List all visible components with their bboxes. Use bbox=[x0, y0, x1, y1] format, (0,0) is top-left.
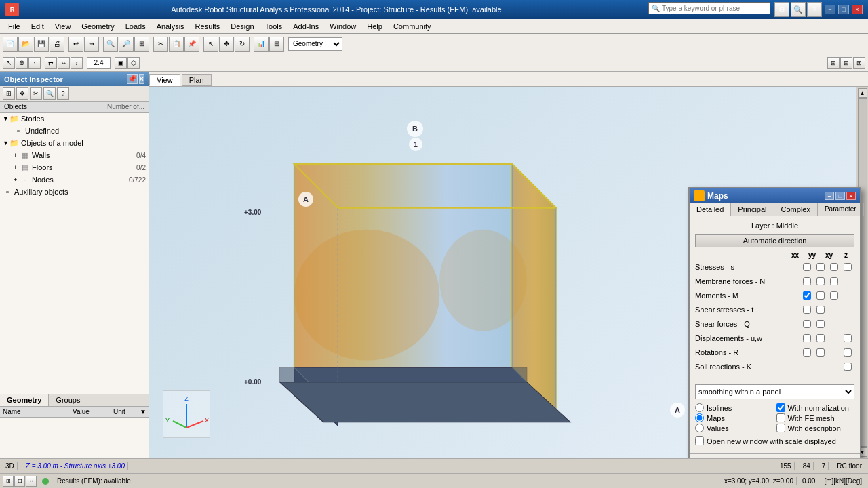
shear-forces-yy-chk[interactable] bbox=[816, 320, 825, 328]
tree-undefined[interactable]: ▫ Undefined bbox=[0, 125, 149, 137]
btm-btn2[interactable]: ⊟ bbox=[14, 476, 25, 487]
expand-stories[interactable]: ▼ bbox=[3, 115, 9, 122]
menu-geometry[interactable]: Geometry bbox=[76, 21, 119, 32]
node-btn[interactable]: · bbox=[28, 57, 41, 69]
menu-analysis[interactable]: Analysis bbox=[151, 21, 190, 32]
new-btn[interactable]: 📄 bbox=[3, 37, 18, 52]
normalization-chk[interactable] bbox=[776, 403, 785, 412]
paste-btn[interactable]: 📌 bbox=[184, 37, 199, 52]
cut-btn[interactable]: ✂ bbox=[153, 37, 168, 52]
stresses-z-chk[interactable] bbox=[844, 263, 852, 271]
undo-btn[interactable]: ↩ bbox=[68, 37, 83, 52]
rotations-yy-chk[interactable] bbox=[816, 348, 825, 357]
maps-smoothing-dropdown[interactable]: smoothing within a panel bbox=[695, 384, 854, 399]
maps-maximize-btn[interactable]: □ bbox=[835, 192, 845, 200]
membrane-xy-chk[interactable] bbox=[830, 277, 838, 285]
redo-btn[interactable]: ↪ bbox=[84, 37, 99, 52]
tree-objects-model[interactable]: ▼ 📁 Objects of a model bbox=[0, 137, 149, 149]
rotations-z-chk[interactable] bbox=[844, 348, 852, 357]
menu-tools[interactable]: Tools bbox=[260, 21, 288, 32]
maps-minimize-btn[interactable]: − bbox=[825, 192, 834, 200]
tree-stories[interactable]: ▼ 📁 Stories bbox=[0, 113, 149, 125]
zoom-value-input[interactable] bbox=[87, 57, 111, 69]
moments-xy-chk[interactable] bbox=[830, 291, 838, 300]
tab-view[interactable]: View bbox=[149, 74, 180, 86]
inspector-close-btn[interactable]: × bbox=[139, 74, 144, 84]
stresses-xx-chk[interactable] bbox=[803, 263, 811, 271]
radio-isolines[interactable] bbox=[695, 403, 704, 412]
print-btn[interactable]: 🖨 bbox=[50, 37, 64, 52]
rotate-btn[interactable]: ↻ bbox=[235, 37, 250, 52]
maps-tab-parameter[interactable]: Parameter bbox=[818, 203, 864, 216]
search2-icon[interactable]: 🔍 bbox=[791, 2, 806, 17]
menu-edit[interactable]: Edit bbox=[26, 21, 50, 32]
menu-addins[interactable]: Add-Ins bbox=[288, 21, 324, 32]
menu-window[interactable]: Window bbox=[324, 21, 361, 32]
close-button[interactable]: × bbox=[852, 5, 863, 14]
btm-btn3[interactable]: ↔ bbox=[26, 476, 37, 487]
maps-close-btn[interactable]: × bbox=[846, 192, 856, 200]
open-btn[interactable]: 📂 bbox=[18, 37, 33, 52]
pointer-btn[interactable]: ⊕ bbox=[16, 57, 28, 69]
expand-nodes[interactable]: + bbox=[14, 176, 20, 183]
tree-floors[interactable]: + ▤ Floors 0/2 bbox=[0, 161, 149, 174]
radio-maps[interactable] bbox=[695, 413, 704, 422]
open-new-window-chk[interactable] bbox=[695, 436, 704, 445]
tree-walls[interactable]: + ▦ Walls 0/4 bbox=[0, 149, 149, 161]
cursor-btn[interactable]: ↖ bbox=[3, 57, 15, 69]
stresses-xy-chk[interactable] bbox=[830, 263, 838, 271]
wireframe-btn[interactable]: ⬡ bbox=[127, 57, 140, 69]
menu-results[interactable]: Results bbox=[190, 21, 226, 32]
tb2-btn1[interactable]: ⇄ bbox=[45, 57, 57, 69]
insp-tb2[interactable]: ✥ bbox=[16, 87, 28, 100]
menu-help[interactable]: Help bbox=[361, 21, 388, 32]
displacements-xx-chk[interactable] bbox=[803, 334, 811, 342]
insp-tb3[interactable]: ✂ bbox=[30, 87, 42, 100]
tab-groups[interactable]: Groups bbox=[49, 394, 87, 406]
vscroll-up-btn[interactable]: ▲ bbox=[858, 88, 867, 98]
maps-tab-complex[interactable]: Complex bbox=[774, 203, 818, 216]
expand-floors[interactable]: + bbox=[14, 164, 20, 171]
zoom-in-btn[interactable]: 🔍 bbox=[103, 37, 118, 52]
settings-icon[interactable]: ⚙ bbox=[774, 2, 789, 17]
tree-nodes[interactable]: + · Nodes 0/722 bbox=[0, 174, 149, 186]
displacements-yy-chk[interactable] bbox=[816, 334, 825, 342]
insp-tb1[interactable]: ⊞ bbox=[3, 87, 15, 100]
menu-community[interactable]: Community bbox=[388, 21, 437, 32]
auto-direction-btn[interactable]: Automatic direction bbox=[695, 234, 854, 247]
copy-btn[interactable]: 📋 bbox=[169, 37, 184, 52]
geometry-dropdown[interactable]: Geometry bbox=[288, 37, 342, 51]
tree-auxiliary[interactable]: ▫ Auxiliary objects bbox=[0, 186, 149, 198]
tb2-right3[interactable]: ⊠ bbox=[853, 57, 865, 69]
tb2-right1[interactable]: ⊞ bbox=[827, 57, 840, 69]
fe-mesh-chk[interactable] bbox=[776, 413, 785, 422]
search-input[interactable] bbox=[662, 5, 764, 12]
expand-objects[interactable]: ▼ bbox=[3, 140, 9, 146]
table-btn[interactable]: ⊟ bbox=[269, 37, 284, 52]
soil-z-chk[interactable] bbox=[844, 363, 852, 371]
tb2-btn3[interactable]: ↕ bbox=[71, 57, 83, 69]
maximize-button[interactable]: □ bbox=[838, 5, 849, 14]
inspector-pin-btn[interactable]: 📌 bbox=[127, 74, 138, 84]
prop-sort-btn[interactable]: ▼ bbox=[138, 407, 149, 417]
tb2-right2[interactable]: ⊟ bbox=[840, 57, 852, 69]
zoom-out-btn[interactable]: 🔎 bbox=[119, 37, 134, 52]
btm-btn1[interactable]: ⊞ bbox=[3, 476, 14, 487]
menu-file[interactable]: File bbox=[3, 21, 26, 32]
expand-walls[interactable]: + bbox=[14, 152, 20, 159]
membrane-xx-chk[interactable] bbox=[803, 277, 811, 285]
membrane-yy-chk[interactable] bbox=[816, 277, 825, 285]
insp-tb5[interactable]: ? bbox=[57, 87, 69, 100]
select-btn[interactable]: ↖ bbox=[203, 37, 218, 52]
displacements-z-chk[interactable] bbox=[844, 334, 852, 342]
menu-loads[interactable]: Loads bbox=[120, 21, 151, 32]
tab-plan[interactable]: Plan bbox=[182, 74, 212, 86]
render-btn[interactable]: ▣ bbox=[115, 57, 127, 69]
maps-tab-detailed[interactable]: Detailed bbox=[690, 203, 731, 216]
shear-forces-xx-chk[interactable] bbox=[803, 320, 811, 328]
menu-view[interactable]: View bbox=[50, 21, 77, 32]
tb2-btn2[interactable]: ↔ bbox=[58, 57, 70, 69]
stresses-yy-chk[interactable] bbox=[816, 263, 825, 271]
rotations-xx-chk[interactable] bbox=[803, 348, 811, 357]
help-icon[interactable]: ? bbox=[807, 2, 822, 17]
